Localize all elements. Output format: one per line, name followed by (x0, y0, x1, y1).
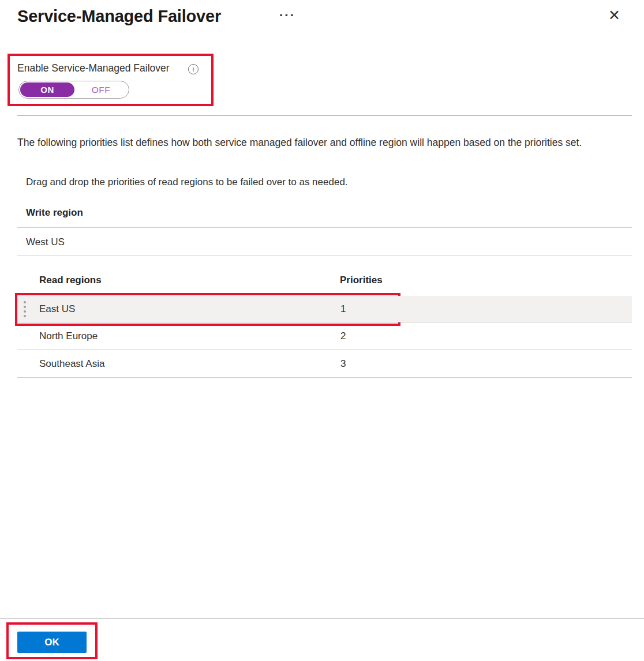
page-title: Service-Managed Failover (17, 7, 221, 26)
drag-drop-hint: Drag and drop the priorities of read reg… (26, 176, 348, 188)
read-region-row-east-us[interactable]: East US 1 (17, 296, 632, 322)
toggle-off-option[interactable]: OFF (74, 82, 128, 97)
region-priority: 1 (340, 296, 346, 322)
failover-toggle[interactable]: ON OFF (18, 81, 129, 99)
divider (0, 618, 644, 619)
divider (17, 256, 632, 256)
region-name: North Europe (39, 323, 98, 350)
region-name: Southeast Asia (39, 351, 104, 377)
write-region-header: Write region (26, 207, 83, 219)
toggle-on-option[interactable]: ON (20, 82, 74, 97)
priorities-header: Priorities (340, 275, 383, 286)
region-priority: 2 (340, 323, 346, 350)
more-options-icon[interactable]: ··· (279, 8, 295, 23)
divider (17, 115, 632, 116)
service-managed-failover-panel: Service-Managed Failover ··· ✕ Enable Se… (0, 0, 644, 661)
region-name: East US (39, 296, 75, 322)
write-region-value: West US (26, 236, 65, 248)
close-icon[interactable]: ✕ (608, 8, 620, 22)
enable-failover-label: Enable Service-Managed Failover (17, 62, 170, 74)
drag-handle-icon[interactable] (22, 296, 28, 322)
info-icon[interactable]: i (188, 64, 199, 74)
ok-button[interactable]: OK (17, 632, 87, 653)
divider (17, 227, 632, 228)
priorities-description: The following priorities list defines ho… (17, 135, 630, 151)
read-region-row-north-europe[interactable]: North Europe 2 (17, 323, 632, 350)
read-region-row-southeast-asia[interactable]: Southeast Asia 3 (17, 351, 632, 378)
read-regions-header: Read regions (39, 275, 102, 286)
region-priority: 3 (340, 351, 346, 377)
